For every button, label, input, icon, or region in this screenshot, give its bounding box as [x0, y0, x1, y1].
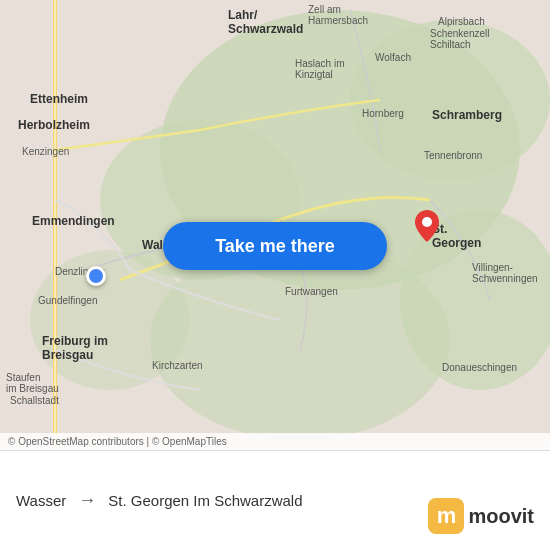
route-arrow: →	[78, 490, 96, 511]
svg-point-9	[422, 217, 432, 227]
map-attribution: © OpenStreetMap contributors | © OpenMap…	[0, 433, 550, 450]
map-container: Lahr/Schwarzwald Zell amHarmersbach Alpi…	[0, 0, 550, 450]
take-me-there-button[interactable]: Take me there	[163, 222, 387, 270]
bottom-bar: Wasser → St. Georgen Im Schwarzwald m mo…	[0, 450, 550, 550]
moovit-wordmark: moovit	[468, 505, 534, 528]
origin-dot	[86, 266, 106, 286]
moovit-icon: m	[428, 498, 464, 534]
destination-pin	[415, 210, 439, 242]
moovit-logo: m moovit	[428, 498, 534, 534]
route-to: St. Georgen Im Schwarzwald	[108, 492, 302, 509]
route-from: Wasser	[16, 492, 66, 509]
